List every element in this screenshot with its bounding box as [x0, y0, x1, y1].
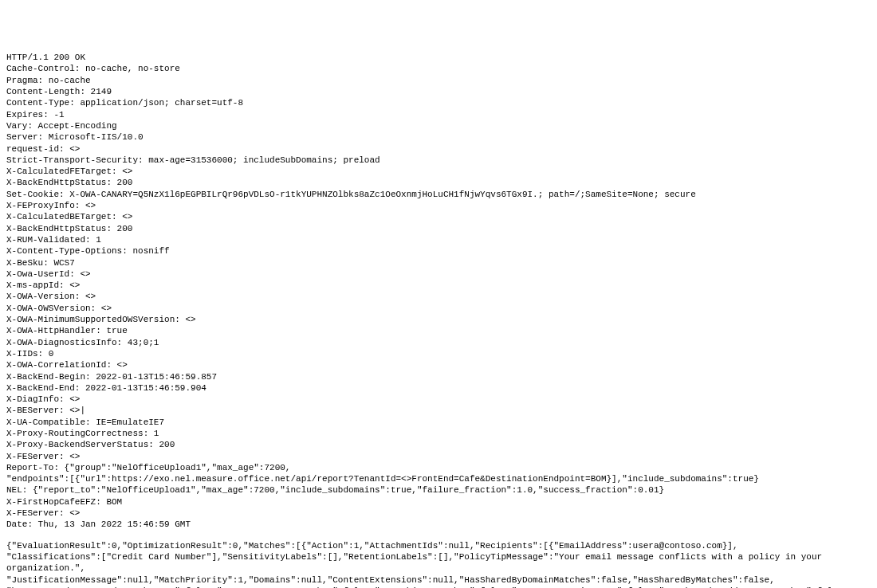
body-pre: {"EvaluationResult":0,"OptimizationResul…	[6, 541, 870, 588]
headers-text: HTTP/1.1 200 OK Cache-Control: no-cache,…	[6, 53, 759, 529]
http-body: {"EvaluationResult":0,"OptimizationResul…	[6, 540, 871, 588]
http-headers: HTTP/1.1 200 OK Cache-Control: no-cache,…	[6, 52, 871, 530]
